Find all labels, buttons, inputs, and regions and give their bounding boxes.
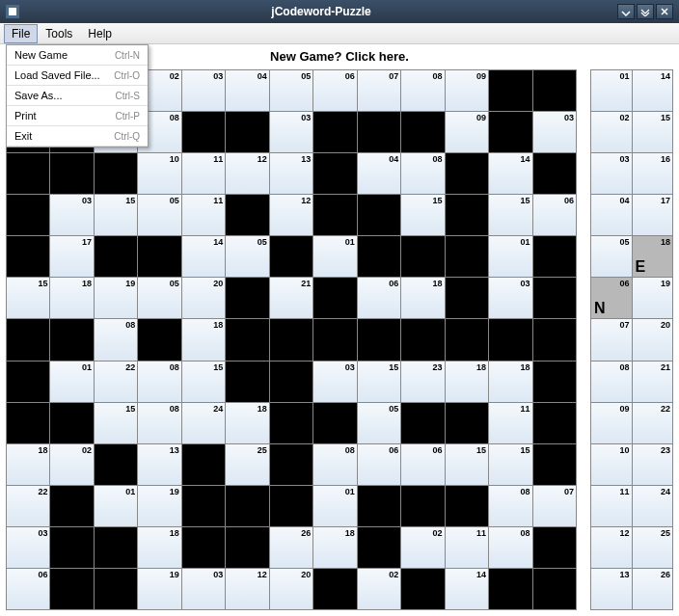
puzzle-cell[interactable]: 11 <box>446 527 488 568</box>
puzzle-cell[interactable]: 04 <box>226 70 268 111</box>
puzzle-cell[interactable]: 03 <box>182 70 225 111</box>
puzzle-cell[interactable]: 06 <box>401 444 444 485</box>
puzzle-cell[interactable]: 02 <box>358 569 400 609</box>
puzzle-cell[interactable]: 06 <box>358 278 400 318</box>
puzzle-cell[interactable]: 07 <box>358 70 400 111</box>
puzzle-cell[interactable]: 15 <box>95 403 137 443</box>
puzzle-cell[interactable]: 03 <box>270 112 312 152</box>
puzzle-cell[interactable]: 14 <box>446 569 488 609</box>
puzzle-cell[interactable]: 08 <box>401 70 444 111</box>
puzzle-cell[interactable]: 19 <box>95 278 137 318</box>
legend-cell[interactable]: 21 <box>633 362 673 402</box>
puzzle-cell[interactable]: 24 <box>182 403 225 443</box>
puzzle-cell[interactable]: 19 <box>138 486 180 526</box>
legend-cell[interactable]: 13 <box>591 569 632 609</box>
puzzle-cell[interactable]: 05 <box>138 195 180 235</box>
puzzle-cell[interactable]: 04 <box>358 153 400 194</box>
legend-cell[interactable]: 17 <box>633 195 673 235</box>
puzzle-cell[interactable]: 15 <box>401 195 444 235</box>
legend-cell[interactable]: 16 <box>633 153 673 194</box>
legend-cell[interactable]: 24 <box>633 486 673 526</box>
legend-cell[interactable]: 23 <box>633 444 673 485</box>
puzzle-cell[interactable]: 22 <box>95 362 137 402</box>
dropdown-item-print[interactable]: PrintCtrl-P <box>7 106 148 126</box>
puzzle-cell[interactable]: 18 <box>226 403 268 443</box>
puzzle-cell[interactable]: 06 <box>533 195 576 235</box>
puzzle-cell[interactable]: 01 <box>489 236 531 277</box>
puzzle-cell[interactable]: 01 <box>313 486 356 526</box>
puzzle-cell[interactable]: 13 <box>138 444 180 485</box>
puzzle-cell[interactable]: 21 <box>270 278 312 318</box>
puzzle-cell[interactable]: 09 <box>446 112 488 152</box>
legend-cell[interactable]: 11 <box>591 486 632 526</box>
minimize-button[interactable] <box>617 4 635 19</box>
legend-cell[interactable]: 14 <box>633 70 673 111</box>
legend-cell[interactable]: 08 <box>591 362 632 402</box>
legend-cell[interactable]: 07 <box>591 319 632 360</box>
puzzle-cell[interactable]: 20 <box>182 278 225 318</box>
legend-cell[interactable]: 19 <box>633 278 673 318</box>
puzzle-cell[interactable]: 11 <box>182 153 225 194</box>
puzzle-cell[interactable]: 11 <box>489 403 531 443</box>
legend-cell[interactable]: 02 <box>591 112 632 152</box>
puzzle-cell[interactable]: 12 <box>226 153 268 194</box>
menu-tools[interactable]: Tools <box>38 24 80 43</box>
menu-file[interactable]: File <box>4 24 38 43</box>
menu-help[interactable]: Help <box>80 24 120 43</box>
puzzle-cell[interactable]: 11 <box>182 195 225 235</box>
puzzle-cell[interactable]: 22 <box>7 486 49 526</box>
legend-cell[interactable]: 15 <box>633 112 673 152</box>
puzzle-cell[interactable]: 08 <box>489 527 531 568</box>
dropdown-item-load-saved-file-[interactable]: Load Saved File...Ctrl-O <box>7 66 148 86</box>
puzzle-cell[interactable]: 03 <box>7 527 49 568</box>
puzzle-cell[interactable]: 14 <box>489 153 531 194</box>
puzzle-cell[interactable]: 18 <box>138 527 180 568</box>
puzzle-cell[interactable]: 13 <box>270 153 312 194</box>
puzzle-cell[interactable]: 18 <box>182 319 225 360</box>
puzzle-cell[interactable]: 01 <box>95 486 137 526</box>
legend-cell[interactable]: 26 <box>633 569 673 609</box>
legend-cell[interactable]: 09 <box>591 403 632 443</box>
puzzle-cell[interactable]: 08 <box>95 319 137 360</box>
puzzle-cell[interactable]: 03 <box>489 278 531 318</box>
puzzle-cell[interactable]: 05 <box>138 278 180 318</box>
puzzle-cell[interactable]: 05 <box>358 403 400 443</box>
puzzle-cell[interactable]: 15 <box>7 278 49 318</box>
puzzle-cell[interactable]: 01 <box>313 236 356 277</box>
close-button[interactable] <box>656 4 673 19</box>
puzzle-cell[interactable]: 08 <box>138 403 180 443</box>
puzzle-cell[interactable]: 07 <box>533 486 576 526</box>
puzzle-cell[interactable]: 06 <box>313 70 356 111</box>
puzzle-cell[interactable]: 03 <box>533 112 576 152</box>
puzzle-cell[interactable]: 08 <box>489 486 531 526</box>
puzzle-cell[interactable]: 15 <box>489 195 531 235</box>
puzzle-cell[interactable]: 18 <box>7 444 49 485</box>
puzzle-cell[interactable]: 15 <box>446 444 488 485</box>
legend-cell[interactable]: 10 <box>591 444 632 485</box>
puzzle-cell[interactable]: 14 <box>182 236 225 277</box>
puzzle-cell[interactable]: 15 <box>358 362 400 402</box>
legend-cell[interactable]: 05 <box>591 236 632 277</box>
puzzle-cell[interactable]: 18 <box>401 278 444 318</box>
maximize-button[interactable] <box>637 4 654 19</box>
puzzle-cell[interactable]: 09 <box>446 70 488 111</box>
puzzle-cell[interactable]: 18 <box>313 527 356 568</box>
puzzle-cell[interactable]: 15 <box>489 444 531 485</box>
puzzle-cell[interactable]: 19 <box>138 569 180 609</box>
puzzle-cell[interactable]: 05 <box>226 236 268 277</box>
puzzle-cell[interactable]: 06 <box>358 444 400 485</box>
puzzle-cell[interactable]: 05 <box>270 70 312 111</box>
puzzle-cell[interactable]: 03 <box>50 195 93 235</box>
legend-cell[interactable]: 12 <box>591 527 632 568</box>
puzzle-cell[interactable]: 08 <box>401 153 444 194</box>
puzzle-cell[interactable]: 12 <box>226 569 268 609</box>
dropdown-item-save-as-[interactable]: Save As...Ctrl-S <box>7 86 148 106</box>
legend-cell[interactable]: 25 <box>633 527 673 568</box>
puzzle-cell[interactable]: 10 <box>138 153 180 194</box>
puzzle-cell[interactable]: 02 <box>50 444 93 485</box>
legend-cell[interactable]: 18E <box>633 236 673 277</box>
puzzle-cell[interactable]: 26 <box>270 527 312 568</box>
puzzle-cell[interactable]: 25 <box>226 444 268 485</box>
puzzle-cell[interactable]: 03 <box>313 362 356 402</box>
puzzle-cell[interactable]: 08 <box>138 362 180 402</box>
